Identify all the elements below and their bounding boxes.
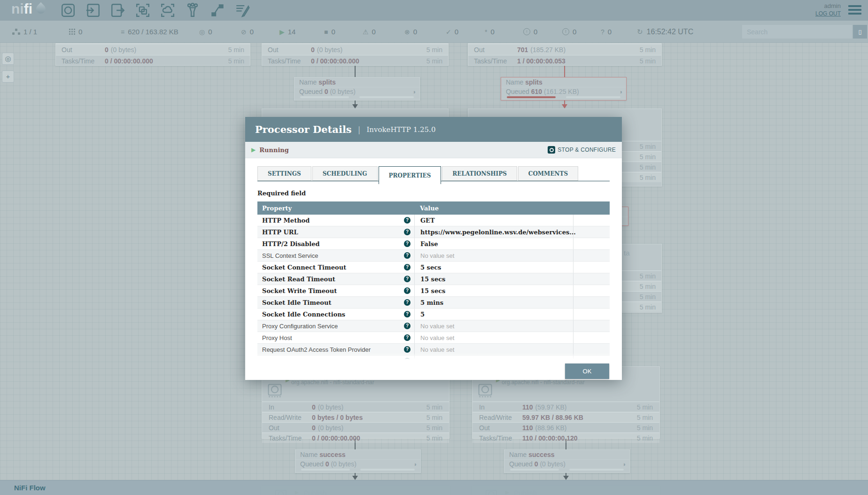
status-stopped: ■0: [324, 21, 335, 43]
connection-name: Name splits: [501, 77, 626, 87]
table-row: Socket Idle Connections?5: [257, 309, 610, 320]
stat-row: Out0(0 bytes)5 min: [262, 44, 448, 55]
connection-name: Name success: [504, 450, 629, 460]
connection-label-success[interactable]: Name success Queued 0 (0 bytes)◑: [504, 449, 630, 473]
invalid-icon: ⚠: [363, 28, 369, 36]
queue-pie-icon: ◑: [622, 461, 626, 468]
sync-failure-icon: ?: [601, 28, 604, 36]
help-icon[interactable]: ?: [404, 276, 411, 282]
process-group-icon[interactable]: [135, 2, 151, 18]
tab-relationships[interactable]: RELATIONSHIPS: [442, 166, 517, 181]
help-icon[interactable]: ?: [404, 229, 411, 235]
help-icon[interactable]: ?: [404, 287, 411, 294]
component-toolbar: [60, 2, 250, 18]
table-header: Property Value: [257, 201, 610, 215]
search-input[interactable]: [742, 25, 852, 39]
threads-icon: [69, 29, 75, 35]
stat-row: Out0(0 bytes)5 min: [262, 422, 449, 433]
status-queued: ≡620 / 163.82 KB: [121, 21, 178, 43]
processor-partial[interactable]: Out0(0 bytes)5 min Tasks/Time0 / 00:00:0…: [262, 43, 449, 66]
connection-queued: Queued 0 (0 bytes)◑: [294, 87, 419, 96]
help-icon[interactable]: ?: [404, 252, 411, 259]
dialog-tabs: SETTINGS SCHEDULING PROPERTIES RELATIONS…: [257, 166, 610, 184]
processor-partial[interactable]: Out701(185.27 KB)5 min Tasks/Time1 / 00:…: [468, 43, 662, 66]
logout-link[interactable]: LOG OUT: [815, 10, 841, 18]
help-icon[interactable]: ?: [404, 346, 411, 353]
tab-scheduling[interactable]: SCHEDULING: [312, 166, 378, 181]
refresh-status[interactable]: ↻16:52:42 UTC: [637, 21, 693, 43]
status-disabled: ⊗0: [404, 21, 417, 43]
template-icon[interactable]: [209, 2, 225, 18]
running-icon: ▶: [279, 28, 285, 36]
dialog-subtitle: InvokeHTTP 1.25.0: [366, 125, 435, 134]
stat-row: Tasks/Time0 / 00:00:00.0005 min: [262, 433, 449, 443]
tab-properties[interactable]: PROPERTIES: [379, 166, 442, 184]
status-running: ▶14: [279, 21, 295, 43]
connection-label-success[interactable]: Name success Queued 0 (0 bytes)◑: [295, 449, 421, 473]
transmitting-icon: ◎: [199, 28, 205, 36]
not-transmitting-icon: ⊘: [241, 28, 247, 36]
nifi-logo: nifi: [11, 1, 46, 17]
output-port-icon[interactable]: [110, 2, 126, 18]
help-icon[interactable]: ?: [404, 323, 411, 329]
processor-type-icon: [267, 383, 283, 399]
processor-partial[interactable]: Out0(0 bytes)5 min Tasks/Time0 / 00:00:0…: [55, 43, 250, 66]
input-port-icon[interactable]: [85, 2, 101, 18]
table-row: Socket Write Timeout?15 secs: [257, 285, 610, 297]
dialog-header: Processor Details | InvokeHTTP 1.25.0: [245, 117, 622, 142]
connection-name: Name success: [295, 450, 420, 460]
help-icon[interactable]: ?: [404, 217, 411, 224]
table-row: HTTP Method?GET: [257, 215, 610, 226]
flow-status-bar: 1 / 1 0 ≡620 / 163.82 KB ◎0 ⊘0 ▶14 ■0 ⚠0…: [0, 21, 868, 43]
stop-configure-icon: [548, 146, 555, 154]
dialog-title-separator: |: [358, 125, 361, 134]
help-icon[interactable]: ?: [404, 240, 411, 247]
stat-row: In110(59.97 KB)5 min: [473, 402, 659, 412]
ok-button[interactable]: OK: [565, 364, 609, 379]
document-icon: ▯: [858, 28, 861, 35]
table-row: HTTP/2 Disabled?False: [257, 238, 610, 250]
global-menu-icon[interactable]: [848, 5, 861, 16]
stop-and-configure-button[interactable]: STOP & CONFIGURE: [548, 146, 616, 154]
help-icon[interactable]: ?: [404, 311, 411, 317]
search-settings-button[interactable]: ▯: [853, 25, 867, 39]
stale-icon: ↑: [523, 28, 530, 35]
table-row: Socket Idle Timeout?5 mins: [257, 297, 610, 309]
processor-title-fragment: ta: [624, 249, 630, 257]
label-icon[interactable]: [234, 2, 250, 18]
processor-details-dialog: Processor Details | InvokeHTTP 1.25.0 ▶ …: [245, 117, 622, 380]
remote-process-group-icon[interactable]: [160, 2, 176, 18]
operate-palette-button[interactable]: +: [2, 70, 14, 83]
table-row: SSL Context Service?No value set: [257, 250, 610, 262]
connection-label-splits[interactable]: Name splits Queued 0 (0 bytes)◑: [294, 77, 420, 101]
stat-row: Read/Write0 bytes / 0 bytes5 min: [262, 412, 449, 422]
processor-type-icon: [477, 383, 493, 399]
breadcrumb-root[interactable]: NiFi Flow: [14, 484, 46, 492]
stat-row: In0(0 bytes)5 min: [262, 402, 449, 412]
stat-row: Read/Write59.97 KB / 88.96 KB5 min: [473, 412, 659, 422]
connection-arrowhead-icon: [563, 476, 569, 480]
up-to-date-icon: ✓: [446, 28, 451, 36]
last-refresh-time: 16:52:42 UTC: [647, 28, 694, 36]
funnel-icon[interactable]: [185, 2, 201, 18]
help-icon[interactable]: ?: [404, 334, 411, 341]
status-cluster: 1 / 1: [12, 21, 37, 43]
tab-settings[interactable]: SETTINGS: [257, 166, 311, 181]
header-bar: nifi admin LOG OUT: [0, 0, 868, 21]
processor-bundle: org.apache.nifi - nifi-standard-nar: [502, 379, 659, 386]
connection-name: Name splits: [294, 77, 419, 87]
table-row: Proxy Configuration Service?No value set: [257, 320, 610, 332]
connection-label-splits-backpressure[interactable]: Name splits Queued 610 (161.25 KB)◑: [501, 77, 627, 101]
help-icon[interactable]: ?: [404, 264, 411, 271]
dialog-status-bar: ▶ Running STOP & CONFIGURE: [245, 142, 622, 158]
help-icon[interactable]: ?: [404, 299, 411, 306]
navigate-palette-button[interactable]: ◎: [2, 53, 14, 65]
locally-modified-icon: *: [485, 28, 487, 36]
processor-icon[interactable]: [60, 2, 76, 18]
tab-comments[interactable]: COMMENTS: [518, 166, 578, 181]
status-transmitting: ◎0: [199, 21, 212, 43]
stat-row: Out110(88.96 KB)5 min: [473, 422, 659, 433]
backpressure-bars: [294, 96, 419, 100]
queued-icon: ≡: [121, 28, 124, 36]
table-row: Proxy Host?No value set: [257, 332, 610, 344]
